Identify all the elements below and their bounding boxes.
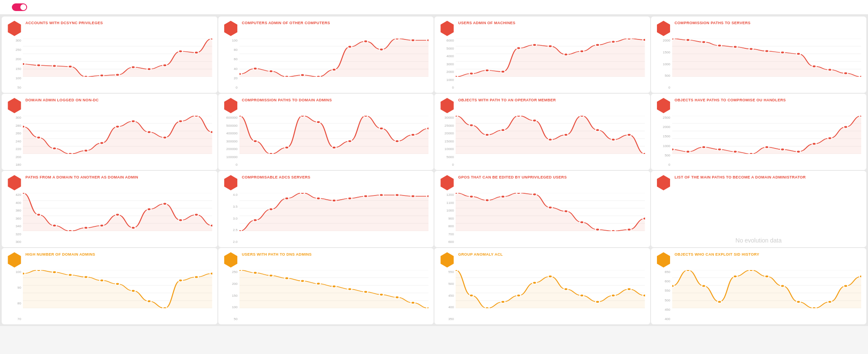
card-5[interactable]: ⬡ DOMAIN ADMIN LOGGED ON NON-DC 30028026… [2, 94, 217, 170]
cards-grid: ⬡ ACCOUNTS WITH DCSYNC PRIVILEGES 300250… [0, 15, 868, 326]
svg-point-12 [115, 74, 120, 76]
y-label: 1000 [656, 62, 670, 66]
svg-point-199 [501, 195, 505, 198]
card-13[interactable]: ⬡ HIGH NUMBER OF DOMAIN ADMINS 100908070 [2, 248, 217, 324]
svg-point-196 [456, 193, 458, 194]
y-label: 0 [656, 163, 670, 167]
card-title: PATHS FROM A DOMAIN TO ANOTHER AS DOMAIN… [25, 175, 212, 180]
svg-point-177 [239, 230, 242, 231]
svg-point-204 [580, 221, 584, 223]
show-evolution-toggle[interactable] [12, 3, 27, 11]
svg-point-234 [239, 270, 242, 271]
svg-point-203 [564, 210, 568, 212]
svg-point-200 [517, 193, 521, 194]
svg-point-183 [332, 199, 336, 202]
svg-point-123 [501, 129, 505, 131]
svg-point-256 [501, 301, 505, 303]
svg-point-218 [68, 274, 72, 276]
severity-icon: ⬡ [656, 252, 671, 268]
y-label: 3.5 [223, 205, 238, 209]
y-label: 500000 [223, 124, 238, 128]
card-11[interactable]: ⬡ GPOS THAT CAN BE EDITED BY UNPRIVILEGE… [434, 171, 650, 247]
svg-point-201 [532, 193, 537, 196]
y-label: 3000 [440, 62, 454, 66]
card-6[interactable]: ⬡ COMPROMISSION PATHS TO DOMAIN ADMINS 6… [218, 94, 434, 170]
svg-point-245 [411, 301, 415, 304]
y-label: 5000 [440, 155, 454, 159]
svg-point-169 [195, 213, 199, 216]
card-14[interactable]: ⬡ USERS WITH PATH TO DNS ADMINS 25020015… [218, 248, 434, 324]
card-title: COMPUTERS ADMIN OF OTHER COMPUTERS [242, 21, 429, 26]
chart-area: 300280260240220200180 [7, 116, 212, 167]
svg-point-185 [363, 195, 367, 198]
svg-point-54 [611, 41, 615, 43]
svg-point-68 [749, 48, 753, 50]
svg-point-50 [548, 45, 552, 47]
card-3[interactable]: ⬡ USERS ADMIN OF MACHINES 60005000400030… [434, 17, 650, 93]
svg-point-35 [395, 39, 399, 40]
severity-icon: ⬡ [440, 21, 455, 36]
y-axis: 420400380360340320300 [7, 193, 23, 244]
svg-point-253 [456, 270, 458, 271]
svg-point-14 [147, 68, 151, 70]
y-label: 300 [7, 39, 21, 42]
svg-point-226 [195, 276, 199, 278]
svg-point-187 [395, 194, 399, 196]
svg-point-238 [300, 280, 304, 282]
svg-point-6 [23, 63, 25, 65]
y-label: 2000 [656, 125, 670, 129]
svg-point-202 [548, 206, 552, 209]
y-label: 700 [440, 232, 454, 236]
chart-area: No evolution data [656, 193, 862, 244]
card-7[interactable]: ⬡ OBJECTS WITH PATH TO AN OPERATOR MEMBE… [434, 94, 650, 170]
svg-point-7 [36, 64, 41, 67]
svg-point-121 [469, 124, 473, 127]
svg-point-51 [564, 53, 568, 56]
y-label: 1200 [440, 193, 454, 197]
y-label: 180 [7, 163, 21, 167]
y-label: 0 [440, 163, 454, 167]
severity-icon: ⬡ [7, 175, 22, 190]
svg-point-9 [68, 65, 72, 68]
y-label: 50 [7, 86, 21, 89]
card-8[interactable]: ⬡ OBJECTS HAVE PATHS TO COMPROMISE OU HA… [651, 94, 867, 170]
svg-point-122 [485, 134, 490, 136]
svg-point-111 [395, 140, 399, 142]
y-label: 100 [7, 270, 21, 274]
card-title: HIGH NUMBER OF DOMAIN ADMINS [25, 252, 212, 257]
svg-point-8 [53, 65, 57, 67]
y-label: 80 [223, 48, 238, 52]
card-10[interactable]: ⬡ COMPROMISABLE ADCS SERVERS 4.03.53.02.… [218, 171, 434, 247]
card-9[interactable]: ⬡ PATHS FROM A DOMAIN TO ANOTHER AS DOMA… [2, 171, 217, 247]
svg-point-131 [627, 134, 632, 136]
svg-point-71 [796, 53, 800, 55]
card-header: ⬡ HIGH NUMBER OF DOMAIN ADMINS [7, 252, 212, 268]
y-label: 20000 [440, 131, 454, 135]
svg-point-276 [733, 275, 737, 278]
card-1[interactable]: ⬡ ACCOUNTS WITH DCSYNC PRIVILEGES 300250… [2, 17, 217, 93]
svg-point-159 [36, 213, 41, 216]
svg-point-126 [548, 138, 552, 141]
y-axis: 25002000150010005000 [656, 116, 672, 167]
y-label: 1000 [656, 144, 670, 148]
svg-point-92 [178, 120, 183, 123]
card-16[interactable]: ⬡ OBJECTS WHO CAN EXPLOIT SID HISTORY 65… [651, 248, 867, 324]
chart-area: 650600550500450400 [656, 270, 862, 321]
svg-point-197 [469, 195, 473, 198]
card-title: GROUP ANOMALY ACL [458, 252, 645, 257]
svg-point-262 [595, 301, 600, 303]
svg-point-188 [411, 195, 415, 198]
card-12[interactable]: ⬡ LIST OF THE MAIN PATHS TO BECOME A DOM… [651, 171, 867, 247]
y-label: 70 [7, 317, 21, 321]
y-label: 10000 [440, 147, 454, 151]
svg-point-55 [627, 39, 632, 40]
card-4[interactable]: ⬡ COMPROMISSION PATHS TO SERVERS 2000150… [651, 17, 867, 93]
svg-point-260 [564, 288, 568, 290]
svg-point-168 [178, 219, 183, 221]
svg-point-227 [210, 272, 212, 275]
card-2[interactable]: ⬡ COMPUTERS ADMIN OF OTHER COMPUTERS 100… [218, 17, 434, 93]
y-label: 900 [440, 217, 454, 220]
card-15[interactable]: ⬡ GROUP ANOMALY ACL 550500450400350 [434, 248, 650, 324]
svg-point-274 [701, 285, 706, 287]
svg-point-184 [348, 197, 352, 200]
